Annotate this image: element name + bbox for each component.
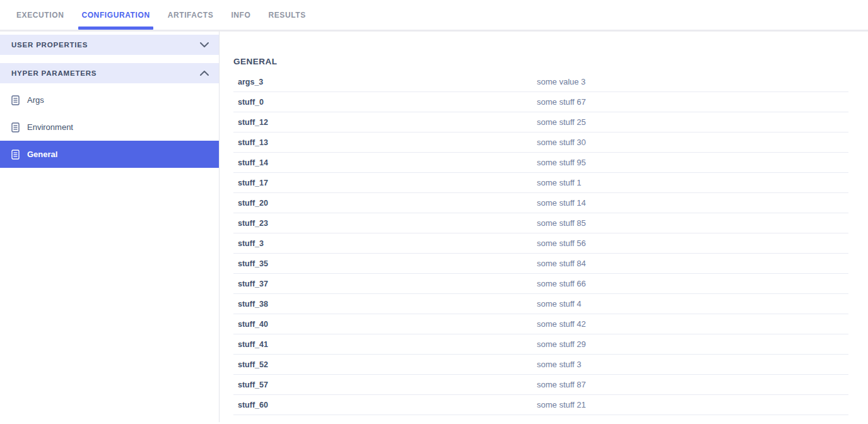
tab-results[interactable]: RESULTS (267, 0, 307, 30)
param-value: some stuff 56 (537, 238, 848, 248)
param-key: stuff_41 (238, 340, 537, 349)
sidebar-item-environment[interactable]: Environment (0, 114, 219, 141)
param-value: some stuff 87 (537, 380, 848, 389)
param-row: stuff_17 some stuff 1 (233, 173, 848, 193)
param-value: some stuff 25 (537, 117, 848, 127)
param-row: stuff_60 some stuff 21 (233, 395, 848, 415)
param-value: some stuff 21 (537, 400, 848, 409)
param-value: some stuff 4 (537, 299, 848, 309)
param-key: stuff_40 (238, 320, 537, 329)
param-row: stuff_13 some stuff 30 (233, 132, 848, 153)
tab-execution[interactable]: EXECUTION (15, 0, 65, 30)
param-value: some stuff 95 (537, 158, 848, 167)
page-title: GENERAL (233, 57, 848, 66)
param-row: stuff_38 some stuff 4 (233, 294, 848, 314)
param-row: stuff_20 some stuff 14 (233, 193, 848, 213)
chevron-down-icon (200, 42, 209, 47)
param-row: stuff_52 some stuff 3 (233, 355, 848, 375)
tab-label: EXECUTION (16, 11, 64, 20)
param-key: stuff_17 (238, 179, 537, 187)
param-key: stuff_0 (238, 98, 537, 107)
param-value: some stuff 85 (537, 218, 848, 228)
sidebar-item-label: Environment (27, 122, 73, 132)
tab-info[interactable]: INFO (230, 0, 252, 30)
param-value: some stuff 1 (537, 178, 848, 187)
sidebar-item-label: Args (27, 95, 44, 105)
document-icon (11, 95, 20, 105)
param-row: stuff_37 some stuff 66 (233, 274, 848, 294)
param-row: stuff_40 some stuff 42 (233, 314, 848, 334)
param-row: stuff_57 some stuff 87 (233, 375, 848, 395)
param-value: some stuff 42 (537, 319, 848, 329)
param-row: stuff_41 some stuff 29 (233, 334, 848, 355)
param-key: stuff_38 (238, 300, 537, 309)
param-key: stuff_12 (238, 118, 537, 127)
chevron-up-icon (200, 71, 209, 76)
param-row: stuff_0 some stuff 67 (233, 92, 848, 112)
main-panel: GENERAL args_3 some value 3 stuff_0 some… (220, 32, 868, 422)
document-icon (11, 150, 20, 160)
document-icon (11, 122, 20, 132)
sidebar-item-general[interactable]: General (0, 141, 219, 168)
sidebar-section-label: USER PROPERTIES (11, 41, 88, 49)
param-key: stuff_52 (238, 360, 537, 369)
param-value: some stuff 66 (537, 279, 848, 288)
tab-label: INFO (231, 11, 250, 20)
param-row: args_3 some value 3 (233, 72, 848, 92)
tab-artifacts[interactable]: ARTIFACTS (167, 0, 215, 30)
param-row: stuff_35 some stuff 84 (233, 254, 848, 274)
param-table: args_3 some value 3 stuff_0 some stuff 6… (233, 72, 848, 415)
param-value: some value 3 (537, 77, 848, 86)
param-key: stuff_20 (238, 199, 537, 208)
param-row: stuff_12 some stuff 25 (233, 112, 848, 132)
param-row: stuff_23 some stuff 85 (233, 213, 848, 233)
param-key: stuff_57 (238, 380, 537, 389)
tab-label: RESULTS (268, 11, 305, 20)
tab-label: ARTIFACTS (168, 11, 214, 20)
param-value: some stuff 84 (537, 259, 848, 268)
sidebar-item-args[interactable]: Args (0, 86, 219, 114)
tab-configuration[interactable]: CONFIGURATION (80, 0, 151, 30)
param-key: stuff_35 (238, 259, 537, 268)
sidebar-section-hyper-parameters[interactable]: HYPER PARAMETERS (0, 63, 219, 83)
param-value: some stuff 14 (537, 198, 848, 208)
param-value: some stuff 29 (537, 339, 848, 349)
sidebar-section-label: HYPER PARAMETERS (11, 69, 97, 77)
param-value: some stuff 30 (537, 138, 848, 147)
sidebar-item-label: General (27, 150, 57, 159)
tab-bar: EXECUTION CONFIGURATION ARTIFACTS INFO R… (0, 0, 868, 32)
param-key: args_3 (238, 78, 537, 86)
sidebar: USER PROPERTIES HYPER PARAMETERS Args (0, 32, 220, 422)
param-key: stuff_14 (238, 158, 537, 167)
param-key: stuff_3 (238, 239, 537, 248)
param-key: stuff_23 (238, 219, 537, 228)
param-value: some stuff 3 (537, 360, 848, 369)
param-row: stuff_3 some stuff 56 (233, 233, 848, 254)
param-key: stuff_60 (238, 401, 537, 409)
param-row: stuff_14 some stuff 95 (233, 153, 848, 173)
content-shell: USER PROPERTIES HYPER PARAMETERS Args (0, 32, 868, 422)
param-key: stuff_37 (238, 280, 537, 288)
sidebar-section-user-properties[interactable]: USER PROPERTIES (0, 35, 219, 55)
param-value: some stuff 67 (537, 97, 848, 107)
tab-label: CONFIGURATION (81, 11, 150, 20)
param-key: stuff_13 (238, 138, 537, 147)
